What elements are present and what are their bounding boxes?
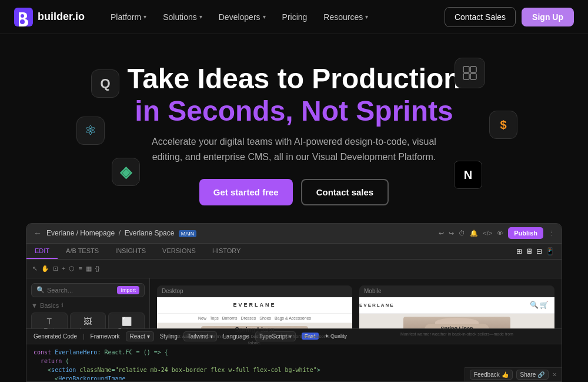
back-icon[interactable]: ← <box>34 228 42 238</box>
nav-item-pricing[interactable]: Pricing <box>275 9 315 25</box>
mobile-icon[interactable]: 📱 <box>546 247 554 255</box>
app-toolbar: ↖ ✋ ⊡ + ⬡ ≡ ▦ {} <box>26 260 562 278</box>
svg-point-1 <box>21 14 24 18</box>
svg-rect-5 <box>463 74 469 79</box>
nav-links: Platform ▾ Solutions ▾ Developers ▾ Pric… <box>103 9 445 25</box>
framework-select[interactable]: React ▾ <box>126 331 154 341</box>
everlane-mobile-brand: EVERLANE 🔍🛒 <box>359 297 554 314</box>
app-topbar: ← Everlane / Homepage / Everlane Space M… <box>26 224 562 244</box>
import-button[interactable]: Import <box>117 286 139 294</box>
search-icon: 🔍 <box>36 286 45 294</box>
svg-point-2 <box>20 19 25 24</box>
everlane-mobile-caption: Spring Linen Manifest warmer weather in … <box>359 325 554 337</box>
app-preview: ← Everlane / Homepage / Everlane Space M… <box>26 223 562 382</box>
button-icon: ⬜ <box>111 317 142 326</box>
feedback-button[interactable]: Feedback 👍 <box>470 370 513 380</box>
desktop-content: EVERLANE NewTopsBottomsDressesShoesBags … <box>157 297 352 353</box>
hero-description: Accelerate your digital teams with AI-po… <box>141 134 447 164</box>
framework-label: Framework <box>91 333 120 340</box>
preview-icon[interactable]: 👁 <box>497 230 503 237</box>
desktop-icon[interactable]: 🖥 <box>526 247 533 255</box>
text-icon: T <box>34 317 65 326</box>
view-controls: ⊞ 🖥 ⊟ 📱 <box>509 247 562 255</box>
float-icon-n: N <box>454 161 482 189</box>
svg-rect-6 <box>470 74 476 79</box>
float-icon-vue: ◈ <box>112 158 140 186</box>
code2-icon[interactable]: {} <box>95 265 99 272</box>
navbar: builder.io Platform ▾ Solutions ▾ Develo… <box>0 0 588 34</box>
float-icon-react: ⚛ <box>76 117 105 145</box>
code-icon[interactable]: </> <box>483 230 492 237</box>
tablet-icon[interactable]: ⊟ <box>536 247 542 255</box>
search-input[interactable] <box>47 287 115 294</box>
publish-button[interactable]: Publish <box>508 227 543 239</box>
nav-item-resources[interactable]: Resources ▾ <box>316 9 375 25</box>
history-icon[interactable]: ⏱ <box>459 230 465 237</box>
nav-item-solutions[interactable]: Solutions ▾ <box>156 9 209 25</box>
grid-icon[interactable]: ⊞ <box>516 247 522 255</box>
hand-icon[interactable]: ✋ <box>41 265 49 273</box>
space-tag: MAIN <box>179 230 197 237</box>
hero-section: Q ⚛ ◈ $ N Take Ideas to Production in Se… <box>0 34 588 223</box>
contact-sales-hero-button[interactable]: Contact sales <box>301 179 389 205</box>
share-button[interactable]: Share 🔗 <box>516 370 549 380</box>
everlane-caption: Spring Linen Manifest warmer weather in … <box>157 326 352 346</box>
everlane-desktop-mock: EVERLANE NewTopsBottomsDressesShoesBags … <box>157 297 352 353</box>
image-icon: 🖼 <box>73 317 103 326</box>
nav-item-platform[interactable]: Platform ▾ <box>103 9 153 25</box>
element-icon[interactable]: ⬡ <box>69 265 75 273</box>
cursor-icon[interactable]: ↖ <box>32 265 38 273</box>
notification-icon[interactable]: 🔔 <box>470 230 478 237</box>
get-started-button[interactable]: Get started free <box>199 179 293 205</box>
chevron-icon: ▾ <box>147 333 150 340</box>
tab-history[interactable]: HISTORY <box>204 244 249 259</box>
desktop-label: Desktop <box>157 285 352 297</box>
desktop-frame: Desktop EVERLANE NewTopsBottomsDressesSh… <box>157 285 352 354</box>
tab-ab-tests[interactable]: A/B TESTS <box>58 244 107 259</box>
chevron-down-icon: ▾ <box>199 14 202 20</box>
tab-insights[interactable]: INSIGHTS <box>107 244 154 259</box>
float-icon-q: Q <box>91 69 119 98</box>
nav-item-developers[interactable]: Developers ▾ <box>212 9 273 25</box>
chevron-down-icon: ▾ <box>263 14 266 20</box>
close-icon[interactable]: ✕ <box>552 371 557 378</box>
grid2-icon[interactable]: ▦ <box>86 265 92 273</box>
breadcrumb: Everlane / Homepage / Everlane Space MAI… <box>46 229 434 237</box>
tab-edit[interactable]: EDIT <box>26 244 58 259</box>
search-bar: 🔍 Import <box>31 283 145 297</box>
float-icon-ai <box>455 58 485 88</box>
everlane-brand: EVERLANE <box>157 297 352 314</box>
nav-actions: Contact Sales Sign Up <box>445 7 574 27</box>
redo-icon[interactable]: ↪ <box>449 230 454 237</box>
logo[interactable]: builder.io <box>14 8 85 26</box>
generated-code-label: Generated Code <box>34 333 77 340</box>
more-icon[interactable]: ⋮ <box>548 230 554 237</box>
app-tabs-bar: EDIT A/B TESTS INSIGHTS VERSIONS HISTORY… <box>26 244 562 260</box>
feedback-bar: Feedback 👍 Share 🔗 ✕ <box>465 367 562 381</box>
hero-buttons: Get started free Contact sales <box>12 179 576 205</box>
chevron-down-icon: ▾ <box>143 14 146 20</box>
everlane-nav: NewTopsBottomsDressesShoesBags & Accesso… <box>157 314 352 323</box>
contact-sales-button[interactable]: Contact Sales <box>445 7 516 27</box>
layers-icon[interactable]: ≡ <box>78 265 82 272</box>
svg-rect-4 <box>470 67 476 72</box>
logo-text: builder.io <box>38 11 85 23</box>
add-icon[interactable]: + <box>62 265 65 272</box>
basics-label: ▼ Basics ℹ <box>31 302 145 309</box>
crop-icon[interactable]: ⊡ <box>53 265 58 273</box>
signup-button[interactable]: Sign Up <box>522 8 574 26</box>
float-icon-s: $ <box>489 111 517 139</box>
mobile-label: Mobile <box>359 285 554 297</box>
undo-icon[interactable]: ↩ <box>439 230 444 237</box>
svg-rect-3 <box>463 67 469 72</box>
tab-versions[interactable]: VERSIONS <box>154 244 204 259</box>
chevron-down-icon: ▾ <box>365 14 368 20</box>
